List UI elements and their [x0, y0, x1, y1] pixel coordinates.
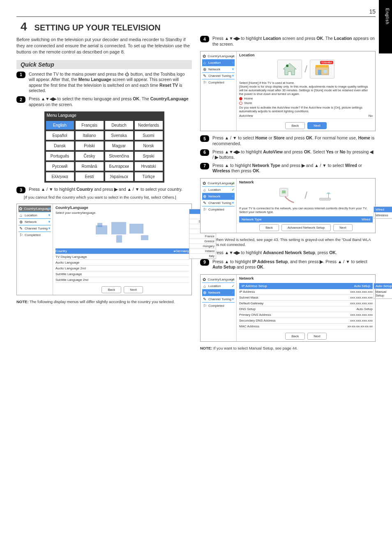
- list-item[interactable]: Greece: [189, 239, 216, 244]
- back-button[interactable]: Back: [285, 333, 305, 340]
- ip-setup-row[interactable]: IP Address SetupAuto Setup: [239, 283, 373, 289]
- sidebar-item[interactable]: ⌂Location✓: [202, 187, 235, 193]
- list-item[interactable]: Hungary: [189, 244, 216, 249]
- antenna-icon: ✎: [202, 201, 207, 205]
- store-tile-icon[interactable]: TOSHIBA: [310, 60, 334, 79]
- lang-cell[interactable]: Français: [75, 120, 104, 130]
- network-type-row[interactable]: Network TypeWired: [239, 216, 373, 222]
- step-1: 1 Connect the TV to the mains power and …: [16, 72, 192, 94]
- list-item[interactable]: Ireland: [189, 249, 216, 254]
- sidebar-item[interactable]: ✎Channel Tuning▼: [202, 200, 235, 206]
- arrow-up-icon: ▲: [127, 187, 131, 192]
- sidebar-item[interactable]: ✿Country/Language✓: [202, 276, 235, 283]
- sidebar-item[interactable]: ⚐Completed: [202, 79, 235, 86]
- setting-row[interactable]: Subtitle Language 2nd: [55, 277, 189, 283]
- next-button[interactable]: Next: [307, 333, 326, 340]
- lang-cell[interactable]: Hrvatski: [134, 161, 164, 171]
- list-item[interactable]: Auto Setup: [374, 283, 392, 289]
- list-item[interactable]: France: [189, 234, 216, 239]
- advanced-button[interactable]: Advanced Network Setup: [281, 224, 331, 231]
- setting-row[interactable]: Audio Language: [55, 260, 189, 266]
- step-text: Press ▲ / ▼ to select Home or Store and …: [212, 135, 376, 146]
- sidebar-item[interactable]: ⊕Network▼: [202, 290, 235, 296]
- nav-arrows-icon: ▲▼◀▶: [225, 36, 240, 41]
- lang-cell[interactable]: Deutsch: [104, 120, 134, 130]
- wizard-country-panel: ✿Country/Language▼ ⌂Location▼ ⊕Network▼ …: [16, 204, 192, 295]
- lang-cell[interactable]: Română: [75, 161, 104, 171]
- lang-cell[interactable]: Polski: [75, 141, 104, 151]
- back-button[interactable]: Back: [101, 286, 121, 293]
- lang-cell[interactable]: Русский: [45, 161, 75, 171]
- lang-cell[interactable]: Türkçe: [134, 171, 164, 182]
- setting-row[interactable]: Audio Language 2nd: [55, 266, 189, 271]
- sidebar-item[interactable]: ✿Country/Language✓: [202, 180, 235, 187]
- step-badge: 9: [200, 259, 209, 266]
- setting-row[interactable]: DNS SetupAuto Setup: [239, 306, 373, 312]
- next-button[interactable]: Next: [307, 122, 326, 129]
- step-4: 4 Press ▲▼◀▶ to highlight Location scree…: [200, 36, 376, 47]
- intro-text: Before switching on the television put y…: [16, 37, 192, 55]
- autoview-row[interactable]: AutoViewNo: [239, 113, 373, 119]
- sidebar-item[interactable]: ⌂Location✓: [202, 283, 235, 290]
- back-button[interactable]: Back: [285, 122, 305, 129]
- setting-row[interactable]: Subtitle Language: [55, 271, 189, 277]
- panel-desc: [Store] mode is for shop display only. I…: [239, 85, 373, 96]
- lang-cell[interactable]: English: [45, 120, 75, 130]
- list-item[interactable]: Wired: [374, 207, 392, 213]
- network-type-dropdown[interactable]: Wired Wireless: [374, 206, 392, 219]
- lang-cell[interactable]: Suomi: [134, 130, 164, 141]
- lang-cell[interactable]: Česky: [75, 151, 104, 161]
- sidebar-item[interactable]: ⊕Network▼: [202, 66, 235, 73]
- chevron-down-icon: ▼: [231, 67, 235, 71]
- sidebar-item[interactable]: ⚐Completed: [202, 206, 235, 213]
- bracket-note: [If you cannot find the country which yo…: [24, 195, 192, 199]
- ip-setup-dropdown[interactable]: Auto Setup Manual Setup: [374, 283, 392, 299]
- sidebar-item[interactable]: ✎Channel Tuning▼: [18, 225, 51, 232]
- next-button[interactable]: Next: [124, 286, 143, 293]
- setting-row-selected[interactable]: Country Germany ▸: [55, 248, 189, 254]
- sidebar-item[interactable]: ⌂Location▼: [18, 212, 51, 219]
- lang-cell[interactable]: Magyar: [104, 141, 134, 151]
- lang-cell[interactable]: Ελληνικα: [45, 171, 75, 182]
- list-item[interactable]: Manual Setup: [374, 289, 392, 299]
- sidebar-item[interactable]: ✿Country/Language✓: [202, 53, 235, 60]
- sidebar-item[interactable]: ⊕Network▼: [202, 193, 235, 200]
- radio-home[interactable]: Home: [239, 97, 373, 100]
- sidebar-item[interactable]: ✎Channel Tuning▼: [202, 296, 235, 303]
- sidebar-item[interactable]: ✿Country/Language▼: [18, 206, 51, 212]
- lang-cell[interactable]: Български: [104, 161, 134, 171]
- sidebar-item[interactable]: ⚐Completed: [202, 303, 235, 309]
- setting-row[interactable]: TV Display Language: [55, 254, 189, 260]
- lang-cell[interactable]: Srpski: [134, 151, 164, 161]
- next-button[interactable]: Next: [333, 224, 352, 231]
- panel-title: Network: [239, 276, 373, 280]
- list-item[interactable]: Italy: [189, 254, 216, 259]
- svg-point-7: [286, 65, 288, 67]
- lang-cell[interactable]: Slovenčina: [104, 151, 134, 161]
- list-item[interactable]: Wireless: [374, 213, 392, 218]
- svg-rect-2: [111, 222, 126, 234]
- sidebar-item[interactable]: ✎Channel Tuning▼: [202, 73, 235, 79]
- lang-cell[interactable]: Português: [45, 151, 75, 161]
- step-text: Press ▲▼◀▶ to highlight Advanced Network…: [212, 250, 376, 257]
- lang-cell[interactable]: Svenska: [104, 130, 134, 141]
- step-5: 5 Press ▲ / ▼ to select Home or Store an…: [200, 135, 376, 146]
- home-tile-icon[interactable]: [277, 60, 302, 79]
- arrow-up-icon: ▲: [338, 259, 342, 264]
- panel-title: Country/Language: [55, 206, 189, 210]
- radio-store[interactable]: Store: [239, 101, 373, 105]
- store-banner: TOSHIBA: [320, 61, 333, 64]
- lang-cell[interactable]: Español: [45, 130, 75, 141]
- lang-cell[interactable]: Norsk: [134, 141, 164, 151]
- lang-cell[interactable]: Italiano: [75, 130, 104, 141]
- lang-cell[interactable]: Dansk: [45, 141, 75, 151]
- back-button[interactable]: Back: [259, 224, 279, 231]
- sidebar-item[interactable]: ⊕Network▼: [18, 219, 51, 225]
- globe-icon: ✿: [202, 54, 206, 58]
- lang-cell[interactable]: Nederlands: [134, 120, 164, 130]
- wizard-sidebar: ✿Country/Language✓ ⌂Location✓ ⊕Network▼ …: [201, 178, 237, 233]
- lang-cell[interactable]: Україньск: [104, 171, 134, 182]
- sidebar-item[interactable]: ⚐Completed: [18, 232, 51, 238]
- lang-cell[interactable]: Eesti: [75, 171, 104, 182]
- sidebar-item[interactable]: ⌂Location▼: [202, 60, 235, 66]
